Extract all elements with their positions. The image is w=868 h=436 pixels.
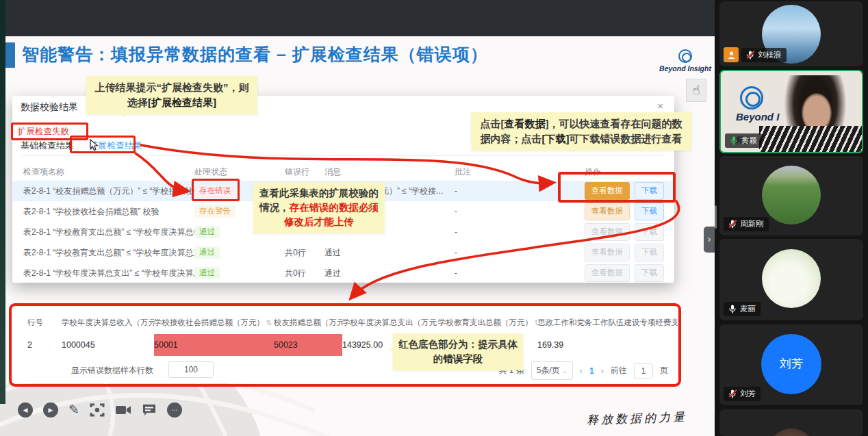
slogan-calligraphy: 释放数据的力量 xyxy=(587,409,688,428)
screenshot-frame-icon[interactable] xyxy=(90,402,105,418)
dialog-title: 数据校验结果 xyxy=(21,101,78,114)
previous-slide-icon[interactable]: ◀ xyxy=(18,402,33,418)
mic-active-icon xyxy=(730,136,738,145)
view-data-button[interactable]: 查看数据 xyxy=(585,223,630,241)
brand-name: Beyond Insight xyxy=(656,64,715,73)
check-name: 表2-8-1 “学校年度决算总支出” ≤ “学校年度决算总... xyxy=(23,268,194,279)
mouse-cursor xyxy=(90,139,100,151)
tab-basic-check[interactable]: 基础检查结果 xyxy=(21,140,74,152)
mic-muted-icon xyxy=(746,51,754,60)
view-data-button[interactable]: 查看数据 xyxy=(585,244,630,261)
note: - xyxy=(455,227,585,237)
status-badge: 通过 xyxy=(194,267,220,279)
view-data-button[interactable]: 查看数据 xyxy=(585,264,630,282)
participant-tile[interactable]: 周新刚 xyxy=(719,156,863,235)
col-header-error-rows: 错误行 xyxy=(277,166,324,178)
highlight-box-extended-tab xyxy=(70,136,136,153)
highlight-box-error-badge xyxy=(192,179,240,201)
presentation-top-bar xyxy=(0,0,715,36)
presenter-striped-shirt xyxy=(759,126,862,152)
avatar xyxy=(762,249,821,308)
table-row[interactable]: 表2-8-1 “学校年度决算总支出” ≤ “学校年度决算总... 通过 共0行 … xyxy=(12,263,674,283)
participant-name: 刘芳 xyxy=(740,389,756,399)
table-row[interactable]: 表2-8-1 “学校教育支出总额” ≤ “学校年度决算总支... 通过 共0行 … xyxy=(12,242,674,263)
callout-view-download: 点击[查看数据]，可以快速查看存在问题的数据内容；点击[下载]可下载错误数据进行… xyxy=(471,112,691,151)
participant-name: 周新刚 xyxy=(740,219,764,229)
backdrop-brand-text: Beyond I xyxy=(736,111,779,123)
mic-muted-icon xyxy=(728,220,737,229)
check-name: 表2-8-1 “学校接收社会捐赠总额” 校验 xyxy=(23,206,194,218)
participant-tile[interactable]: 刘芳 刘芳 xyxy=(719,324,863,405)
message: 通过 xyxy=(324,268,455,279)
check-name: 表2-8-1 “校友捐赠总额（万元）” ≤ “学校接收社会... xyxy=(23,185,194,197)
callout-error-field: 红色底色部分为：提示具体的错误字段 xyxy=(393,333,523,370)
avatar xyxy=(762,166,821,225)
callout-must-fix: 查看此采集表的扩展校验的情况，存在错误的数据必须修改后才能上传 xyxy=(253,182,385,233)
participants-sidebar: 刘桂浪 Beyond I 释放 黄颖 xyxy=(715,0,868,436)
participant-name: 麦丽 xyxy=(740,304,756,314)
backdrop-logo-icon xyxy=(740,86,763,110)
message: 通过 xyxy=(324,247,455,259)
col-header-name: 检查项名称 xyxy=(23,166,194,178)
download-button[interactable]: 下载 xyxy=(635,264,664,282)
sidebar-expand-handle[interactable]: › xyxy=(704,227,715,253)
left-edge-strip xyxy=(0,0,5,404)
col-header-message: 消息 xyxy=(324,166,455,178)
presenter-toolbar: ◀ ▶ ✎ ⋯ xyxy=(18,402,182,418)
sidebar-scrollbar[interactable] xyxy=(715,205,717,229)
avatar xyxy=(767,428,815,436)
error-rows: 共0行 xyxy=(277,268,324,279)
app-window: 智能警告：填报异常数据的查看 – 扩展检查结果（错误项） Beyond Insi… xyxy=(0,0,868,436)
download-button[interactable]: 下载 xyxy=(635,244,664,261)
note: - xyxy=(455,207,585,216)
slide-title: 智能警告：填报异常数据的查看 – 扩展检查结果（错误项） xyxy=(22,43,488,66)
check-name: 表2-8-1 “学校教育支出总额” ≤ “学校年度决算总支... xyxy=(23,247,194,259)
mic-on-icon xyxy=(728,305,737,313)
status-badge: 通过 xyxy=(194,246,220,259)
brand-logo: Beyond Insight xyxy=(656,49,715,73)
avatar-initials: 刘芳 xyxy=(761,334,821,394)
chat-icon[interactable] xyxy=(142,403,157,417)
check-name: 表2-8-1 “学校教育支出总额” ≤ “学校年度决算总收... xyxy=(23,227,194,238)
participant-tile[interactable]: 刘桂浪 xyxy=(719,1,863,66)
next-slide-icon[interactable]: ▶ xyxy=(43,402,58,418)
note: - xyxy=(455,248,585,257)
pen-icon[interactable]: ✎ xyxy=(68,402,79,418)
view-data-button[interactable]: 查看数据 xyxy=(585,203,630,220)
status-badge: 存在警告 xyxy=(194,205,235,218)
participant-name: 刘桂浪 xyxy=(758,50,782,60)
camera-icon[interactable] xyxy=(115,404,131,416)
participant-name: 黄颖 xyxy=(741,136,757,146)
error-rows: 共0行 xyxy=(277,247,324,259)
download-button[interactable]: 下载 xyxy=(635,203,664,220)
host-badge-icon xyxy=(724,47,739,62)
status-badge: 通过 xyxy=(194,226,220,238)
col-header-status: 处理状态 xyxy=(194,166,277,178)
shared-screen-area: 智能警告：填报异常数据的查看 – 扩展检查结果（错误项） Beyond Insi… xyxy=(0,0,715,436)
note: - xyxy=(455,268,585,278)
highlight-box-action-buttons xyxy=(558,172,676,203)
callout-upload-result: 上传结果提示“扩展检查失败”，则选择[扩展检查结果] xyxy=(86,76,257,114)
more-options-icon[interactable]: ⋯ xyxy=(167,402,182,418)
participant-tile-active-speaker[interactable]: Beyond I 释放 黄颖 xyxy=(719,70,863,153)
brand-swirl-icon xyxy=(678,49,692,63)
participant-tile[interactable]: 麦丽 xyxy=(719,239,863,320)
title-accent-bar xyxy=(5,42,15,68)
download-button[interactable]: 下载 xyxy=(635,223,664,241)
participant-tile-partial[interactable] xyxy=(719,409,863,436)
mic-muted-icon xyxy=(728,389,737,398)
highlight-box-sample-table xyxy=(9,303,681,387)
close-icon[interactable]: × xyxy=(657,100,663,112)
hand-tool-button[interactable]: ☝ xyxy=(686,79,706,102)
